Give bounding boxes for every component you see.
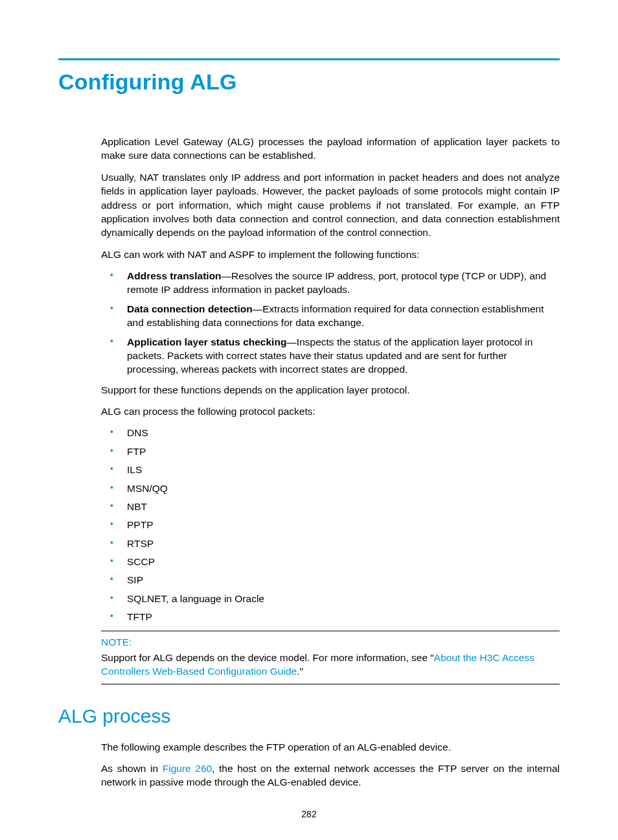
protocol-name: NBT (127, 501, 147, 512)
process-p2-pre: As shown in (101, 763, 163, 774)
process-paragraph-2: As shown in Figure 260, the host on the … (101, 762, 560, 789)
note-box: NOTE: Support for ALG depends on the dev… (101, 631, 560, 684)
note-text-post: ." (297, 666, 303, 677)
list-item: TFTP (101, 610, 560, 624)
list-item: ILS (101, 463, 560, 476)
list-item: MSN/QQ (101, 482, 560, 495)
section-heading: ALG process (58, 705, 560, 727)
functions-list: Address translation—Resolves the source … (101, 269, 560, 377)
protocol-name: PPTP (127, 519, 153, 530)
protocols-intro: ALG can process the following protocol p… (101, 404, 560, 418)
list-item: Application layer status checking—Inspec… (101, 335, 560, 377)
intro-paragraph-3: ALG can work with NAT and ASPF to implem… (101, 248, 560, 261)
page-number: 282 (58, 809, 560, 819)
list-item: Address translation—Resolves the source … (101, 269, 560, 297)
process-body: The following example describes the FTP … (101, 740, 560, 789)
document-page: Configuring ALG Application Level Gatewa… (0, 0, 618, 840)
list-item: DNS (101, 426, 560, 439)
list-item: RTSP (101, 537, 560, 550)
protocol-name: SCCP (127, 556, 155, 567)
note-text: Support for ALG depends on the device mo… (101, 651, 560, 679)
list-item: Data connection detection—Extracts infor… (101, 302, 560, 330)
list-item: NBT (101, 500, 560, 513)
list-item: SCCP (101, 555, 560, 568)
protocol-name: SQLNET, a language in Oracle (127, 593, 264, 604)
process-paragraph-1: The following example describes the FTP … (101, 740, 560, 754)
protocol-name: RTSP (127, 538, 154, 549)
support-paragraph: Support for these functions depends on t… (101, 383, 560, 397)
protocol-name: ILS (127, 464, 142, 475)
note-text-pre: Support for ALG depends on the device mo… (101, 652, 434, 663)
body-content: Application Level Gateway (ALG) processe… (101, 135, 560, 684)
term: Application layer status checking (127, 336, 286, 347)
intro-paragraph-2: Usually, NAT translates only IP address … (101, 170, 560, 240)
list-item: SQLNET, a language in Oracle (101, 592, 560, 605)
protocols-list: DNS FTP ILS MSN/QQ NBT PPTP RTSP SCCP SI… (101, 426, 560, 624)
term: Data connection detection (127, 303, 253, 314)
page-title: Configuring ALG (58, 69, 560, 95)
figure-link[interactable]: Figure 260 (163, 763, 212, 774)
term: Address translation (127, 270, 222, 281)
title-rule (58, 58, 560, 60)
protocol-name: SIP (127, 574, 143, 585)
protocol-name: FTP (127, 446, 146, 457)
protocol-name: DNS (127, 427, 148, 438)
note-label: NOTE: (101, 635, 560, 649)
list-item: SIP (101, 573, 560, 587)
intro-paragraph-1: Application Level Gateway (ALG) processe… (101, 135, 560, 163)
protocol-name: TFTP (127, 611, 152, 622)
protocol-name: MSN/QQ (127, 483, 168, 494)
list-item: FTP (101, 445, 560, 458)
list-item: PPTP (101, 518, 560, 531)
